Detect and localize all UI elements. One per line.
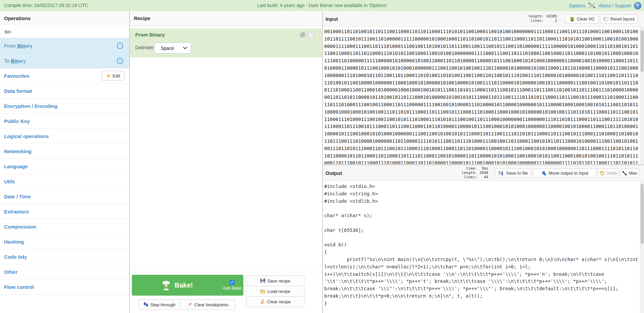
floppy-icon [260,278,265,284]
auto-bake-checkbox[interactable]: ✓ [230,280,235,285]
help-icon[interactable]: ? [634,2,641,9]
input-stats: length: 16385 lines: 2 [517,14,557,23]
clear-breakpoints-button[interactable]: Clear breakpoints [180,299,235,310]
input-header: Input length: 16385 lines: 2 Clear I/O R… [323,11,644,27]
category-item[interactable]: Date / Time [0,189,129,204]
folder-icon [260,289,265,294]
clear-io-button[interactable]: Clear I/O [565,14,599,23]
input-scrollbar[interactable] [640,27,644,165]
recipe-operation-from-binary[interactable]: From Binary Delimiter Space [130,28,322,57]
operation-result-to-binary[interactable]: To Binary i [0,53,129,68]
info-icon[interactable]: i [117,58,123,64]
category-item[interactable]: Logical operations [0,129,129,144]
auto-bake-label: Auto Bake [223,286,241,291]
input-scrollbar-thumb[interactable] [641,30,644,72]
output-scrollbar[interactable] [640,181,644,313]
category-item[interactable]: Extractors [0,204,129,219]
chevron-down-icon [183,45,187,49]
save-file-icon [498,171,504,176]
operations-title: Operations [0,11,129,25]
operations-panel: Operations From Binary i To Binary i Fav… [0,11,130,313]
category-list: Data formatEncryption / EncodingPublic K… [0,83,129,295]
options-link[interactable]: Options [569,3,585,8]
wrench-icon[interactable] [588,2,596,9]
output-header: Output time: 3ms length: 2048 lines: 44 … [323,165,644,181]
maximise-output-button[interactable]: Max [620,169,639,178]
footprints-icon [143,302,148,307]
save-to-file-button[interactable]: Save to file [495,169,531,178]
category-item[interactable]: Language [0,159,129,174]
move-output-to-input-button[interactable]: Move output to input [533,169,597,178]
output-title: Output [326,165,342,181]
bake-label: Bake! [175,281,193,289]
eraser-icon [187,302,192,307]
star-icon: ★ [106,73,110,79]
expand-icon [622,171,627,176]
input-text[interactable]: 0010001101101001011011100110001101101100… [324,28,640,164]
clear-recipe-button[interactable]: Clear recipe [246,296,304,307]
undo-icon [599,171,604,176]
delimiter-label: Delimiter [135,45,154,50]
category-item[interactable]: Code tidy [0,249,129,264]
category-item[interactable]: Utils [0,174,129,189]
disable-operation-icon[interactable] [300,32,305,38]
category-item[interactable]: Compression [0,219,129,234]
chef-icon [161,280,171,290]
category-item[interactable]: Hashing [0,234,129,249]
arrow-up-icon [541,171,547,176]
edit-favourites-button[interactable]: ★ Edit [102,71,125,81]
save-recipe-button[interactable]: Save recipe [246,275,304,286]
output-stats: time: 3ms length: 2048 lines: 44 [446,167,488,179]
operation-name: From Binary [135,32,165,38]
search-operations-input[interactable] [0,25,129,38]
operations-header: Operations [0,11,129,26]
category-item[interactable]: Flow control [0,279,129,295]
category-item[interactable]: Data format [0,83,129,99]
recipe-title: Recipe [130,11,322,25]
notice-banner: Compile time: 24/05/2017 09:32:18 UTC La… [0,0,644,11]
breakpoint-checkbox[interactable] [308,32,314,38]
load-recipe-button[interactable]: Load recipe [246,286,304,297]
delimiter-select[interactable]: Space [154,43,191,54]
about-support-link[interactable]: About / Support [599,3,631,8]
output-text: #include <stdio.h> #include <string.h> #… [324,183,642,312]
broom-icon [260,299,265,304]
recipe-file-buttons: Save recipe Load recipe Clear recipe [246,275,304,307]
undo-button[interactable]: Undo [597,169,619,178]
recipe-header: Recipe [130,11,322,26]
category-item[interactable]: Encryption / Encoding [0,99,129,114]
input-title: Input [326,11,338,27]
recipe-panel: Recipe From Binary Delimiter Space Bake!… [130,11,323,313]
operation-result-from-binary[interactable]: From Binary i [0,38,129,53]
output-scrollbar-thumb[interactable] [641,184,644,244]
bake-button[interactable]: Bake! ✓ Auto Bake [132,275,243,296]
reset-layout-button[interactable]: Reset layout [600,14,638,23]
category-item[interactable]: Networking [0,144,129,159]
trash-icon [569,16,575,22]
info-icon[interactable]: i [117,43,123,49]
recipe-controls: Bake! ✓ Auto Bake Step through Clear bre… [130,272,322,313]
last-build-text: Last build: 4 years ago - Dark theme now… [0,0,644,11]
cyberchef-app: Compile time: 24/05/2017 09:32:18 UTC La… [0,0,644,313]
category-item[interactable]: Other [0,264,129,279]
category-favourites[interactable]: Favourites ★ Edit [0,68,129,83]
layout-icon [603,16,608,22]
auto-bake-section[interactable]: ✓ Auto Bake [221,275,243,295]
io-panel: Input length: 16385 lines: 2 Clear I/O R… [323,11,644,313]
category-item[interactable]: Public Key [0,114,129,129]
step-through-button[interactable]: Step through [139,299,180,310]
